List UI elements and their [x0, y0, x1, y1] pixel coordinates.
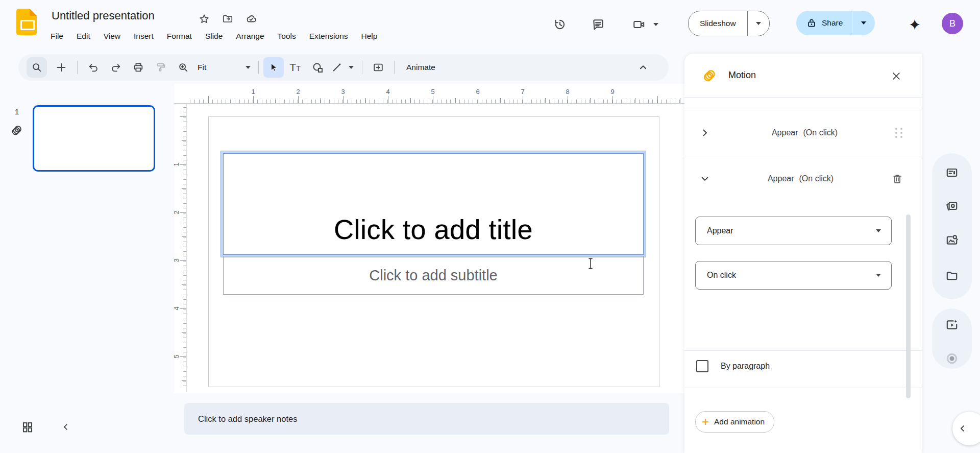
- shapes-icon: [311, 61, 324, 74]
- cloud-saved-icon[interactable]: [243, 11, 259, 27]
- text-cursor-icon: [587, 257, 594, 270]
- comments-icon[interactable]: [586, 12, 610, 37]
- animation-row-expanded[interactable]: Appear(On click): [684, 156, 922, 202]
- select-tool-button[interactable]: [263, 57, 284, 78]
- slide-page[interactable]: Click to add title Click to add subtitle: [208, 116, 659, 387]
- add-animation-button[interactable]: + Add animation: [695, 411, 774, 433]
- templates-rail-button[interactable]: [940, 160, 964, 185]
- shape-tool-button[interactable]: [306, 57, 329, 78]
- print-button[interactable]: [127, 57, 150, 78]
- animation-row-label: Appear(On click): [714, 174, 887, 183]
- collapse-filmstrip-button[interactable]: [54, 415, 78, 439]
- ruler-baseline: [174, 103, 684, 104]
- search-icon: [31, 62, 42, 73]
- drag-handle-icon[interactable]: [895, 128, 902, 138]
- caret-down-icon: [756, 22, 761, 25]
- share-button[interactable]: Share: [796, 11, 852, 35]
- new-slide-button[interactable]: [50, 57, 72, 78]
- photos-rail-button[interactable]: [940, 194, 964, 219]
- avatar-initial: B: [949, 18, 955, 29]
- share-caret-button[interactable]: [852, 11, 875, 35]
- slideshow-split-button: Slideshow: [688, 11, 770, 36]
- plus-icon: +: [702, 416, 709, 428]
- animation-row-label: Appear(On click): [714, 128, 895, 137]
- slides-logo-icon[interactable]: [16, 9, 37, 35]
- ruler-number: 2: [173, 210, 180, 214]
- photos-icon: [945, 200, 959, 213]
- line-tool-button[interactable]: [329, 57, 345, 78]
- line-tool-caret[interactable]: [345, 57, 357, 78]
- slide-number: 1: [11, 107, 22, 116]
- ruler-number: 2: [296, 88, 300, 96]
- horizontal-ruler: [190, 96, 683, 103]
- ruler-number: 1: [251, 88, 255, 96]
- star-icon[interactable]: [197, 11, 212, 27]
- image-search-icon: [945, 233, 959, 247]
- delete-animation-button[interactable]: [887, 169, 908, 189]
- ruler-number: 4: [386, 88, 389, 96]
- camera-caret-icon[interactable]: [653, 23, 658, 26]
- folder-rail-button[interactable]: [940, 264, 964, 288]
- video-sparkle-icon: [945, 318, 959, 331]
- menu-view[interactable]: View: [97, 29, 127, 44]
- expand-animation-button[interactable]: [696, 124, 714, 142]
- slideshow-caret-button[interactable]: [748, 11, 769, 36]
- menu-insert[interactable]: Insert: [127, 29, 160, 44]
- animate-button[interactable]: Animate: [399, 63, 443, 72]
- document-title[interactable]: Untitled presentation: [48, 8, 158, 23]
- panel-scrollbar[interactable]: [906, 214, 911, 398]
- slideshow-button[interactable]: Slideshow: [689, 11, 748, 36]
- collapse-toolbar-button[interactable]: [632, 57, 654, 78]
- undo-button[interactable]: [82, 57, 105, 78]
- move-folder-icon[interactable]: [220, 11, 235, 27]
- slide-thumbnail[interactable]: [33, 105, 155, 172]
- grid-view-icon: [21, 421, 34, 433]
- image-search-rail-button[interactable]: [940, 228, 964, 252]
- menu-arrange[interactable]: Arrange: [229, 29, 271, 44]
- expand-side-panel-button[interactable]: [952, 412, 980, 445]
- by-paragraph-checkbox[interactable]: [696, 360, 708, 372]
- menu-extensions[interactable]: Extensions: [303, 29, 355, 44]
- grid-view-button[interactable]: [15, 415, 40, 439]
- subtitle-placeholder-box[interactable]: Click to add subtitle: [223, 256, 644, 295]
- record-rail-button[interactable]: [940, 346, 964, 371]
- ruler-number: 1: [173, 162, 180, 166]
- logo-page-glyph: [20, 20, 35, 30]
- version-history-icon[interactable]: [548, 12, 572, 37]
- search-menus-button[interactable]: [27, 57, 47, 78]
- slide-canvas: 1 2 3 4 5 6 7 8 9 1 2 3 4 5 Click to add…: [174, 84, 684, 393]
- toolbar-separator: [362, 61, 362, 74]
- text-box-button[interactable]: TT: [284, 57, 306, 78]
- collapse-animation-button[interactable]: [696, 170, 714, 188]
- effect-select[interactable]: Appear: [695, 217, 892, 245]
- animation-effect: Appear: [768, 174, 794, 183]
- speaker-notes-placeholder: Click to add speaker notes: [198, 414, 297, 424]
- logo-fold: [30, 9, 37, 16]
- meet-camera-icon[interactable]: [627, 12, 651, 37]
- menu-slide[interactable]: Slide: [199, 29, 229, 44]
- gemini-sparkle-icon[interactable]: ✦: [903, 13, 926, 36]
- redo-button[interactable]: [105, 57, 127, 78]
- title-placeholder-box[interactable]: Click to add title: [223, 153, 644, 255]
- account-avatar[interactable]: B: [942, 13, 963, 34]
- animation-row-collapsed[interactable]: Appear(On click): [684, 110, 922, 156]
- zoom-in-button[interactable]: [172, 57, 194, 78]
- panel-title: Motion: [728, 70, 756, 81]
- insert-placeholder-button[interactable]: [367, 57, 389, 78]
- menu-format[interactable]: Format: [160, 29, 199, 44]
- menubar: File Edit View Insert Format Slide Arran…: [44, 29, 384, 44]
- close-panel-button[interactable]: [885, 65, 908, 87]
- zoom-fit-dropdown[interactable]: Fit: [194, 63, 254, 72]
- menu-tools[interactable]: Tools: [271, 29, 303, 44]
- caret-down-icon: [861, 21, 866, 25]
- trash-icon: [892, 173, 903, 184]
- menu-file[interactable]: File: [44, 29, 70, 44]
- vids-rail-button[interactable]: [940, 313, 964, 337]
- title-placeholder-text: Click to add title: [334, 213, 533, 254]
- speaker-notes-input[interactable]: Click to add speaker notes: [184, 403, 669, 435]
- trigger-select[interactable]: On click: [695, 261, 892, 290]
- paint-format-button[interactable]: [150, 57, 172, 78]
- menu-edit[interactable]: Edit: [70, 29, 97, 44]
- menu-help[interactable]: Help: [355, 29, 384, 44]
- templates-icon: [945, 166, 959, 179]
